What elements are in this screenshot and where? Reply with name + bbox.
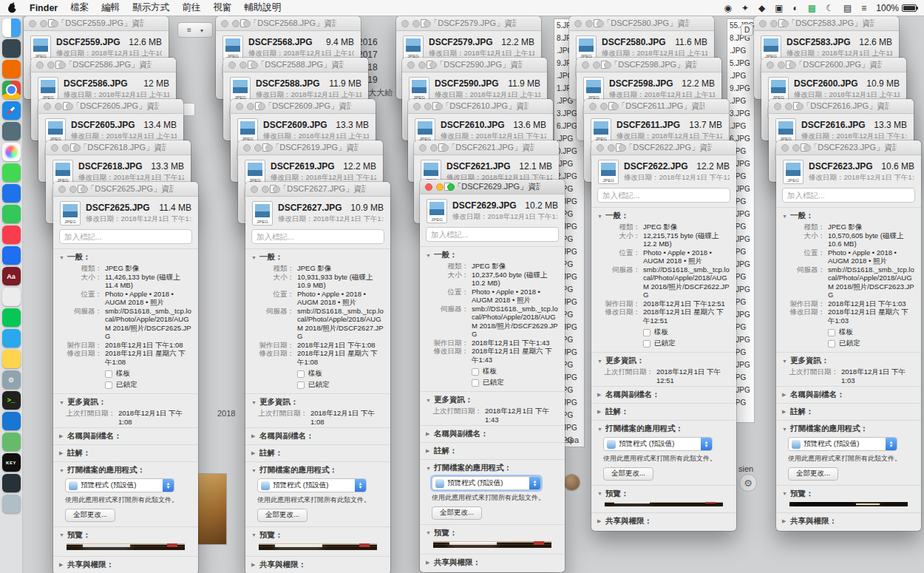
window-titlebar[interactable]: 「DSCF2583.JPG」資訊: [754, 16, 899, 31]
minimize-button[interactable]: [436, 183, 444, 191]
disclosure-triangle-icon[interactable]: [251, 468, 257, 473]
close-button[interactable]: [781, 144, 789, 152]
menu-item-7[interactable]: 輔助說明: [244, 1, 281, 14]
disclosure-triangle-icon[interactable]: [782, 409, 787, 415]
dock-app-store-icon[interactable]: [2, 246, 21, 265]
disclosure-triangle-icon[interactable]: [426, 530, 431, 535]
window-titlebar[interactable]: 「DSCF2590.JPG」資訊: [402, 58, 547, 72]
menu-item-1[interactable]: Finder: [30, 3, 58, 13]
disclosure-triangle-icon[interactable]: [597, 392, 602, 398]
menu-item-6[interactable]: 視窗: [213, 1, 231, 14]
disclosure-triangle-icon[interactable]: [597, 491, 602, 496]
window-titlebar[interactable]: 「DSCF2609.JPG」資訊: [231, 99, 376, 114]
minimize-button[interactable]: [47, 61, 55, 69]
locked-checkbox[interactable]: [828, 340, 835, 347]
window-titlebar[interactable]: 「DSCF2622.JPG」資訊: [591, 140, 736, 155]
section-comments-header[interactable]: 註解：: [597, 405, 730, 418]
dock-chrome-icon[interactable]: [2, 81, 21, 99]
zoom-button[interactable]: [435, 103, 443, 110]
window-titlebar[interactable]: 「DSCF2598.JPG」資訊: [577, 58, 721, 72]
close-button[interactable]: [582, 61, 589, 69]
dock-telegram-icon[interactable]: [2, 329, 21, 347]
window-titlebar[interactable]: 「DSCF2629.JPG」資訊: [420, 180, 565, 194]
section-name-extension-header[interactable]: 名稱與副檔名：: [59, 430, 192, 443]
stationery-checkbox[interactable]: [643, 329, 650, 336]
disclosure-triangle-icon[interactable]: [782, 359, 787, 364]
section-name-extension-header[interactable]: 名稱與副檔名：: [426, 427, 559, 441]
section-sharing-header[interactable]: 共享與權限：: [251, 558, 384, 572]
minimize-button[interactable]: [600, 103, 608, 110]
minimize-button[interactable]: [240, 61, 247, 69]
change-all-button[interactable]: 全部更改...: [257, 509, 308, 522]
dock-preferences-icon[interactable]: ⚙: [2, 370, 21, 389]
section-open-with-header[interactable]: 打開檔案的應用程式：: [251, 464, 384, 477]
window-titlebar[interactable]: 「DSCF2625.JPG」資訊: [53, 182, 198, 197]
disclosure-triangle-icon[interactable]: [597, 518, 602, 524]
window-titlebar[interactable]: 「DSCF2586.JPG」資訊: [31, 58, 176, 72]
section-comments-header[interactable]: 註解：: [782, 405, 915, 418]
locked-checkbox[interactable]: [297, 382, 305, 389]
close-button[interactable]: [36, 61, 44, 69]
minimize-button[interactable]: [792, 144, 800, 152]
change-all-button[interactable]: 全部更改...: [65, 509, 115, 522]
section-preview-header[interactable]: 預覽：: [597, 487, 730, 501]
dock-camera-icon[interactable]: [2, 122, 21, 140]
close-button[interactable]: [774, 103, 781, 110]
dock-photos-icon[interactable]: [2, 143, 21, 161]
disclosure-triangle-icon[interactable]: [782, 518, 787, 524]
window-titlebar[interactable]: 「DSCF2616.JPG」資訊: [769, 99, 914, 114]
disclosure-triangle-icon[interactable]: [597, 359, 602, 364]
section-preview-header[interactable]: 預覽：: [251, 529, 384, 542]
section-name-extension-header[interactable]: 名稱與副檔名：: [782, 388, 915, 401]
zoom-button[interactable]: [273, 186, 280, 193]
minimize-button[interactable]: [69, 186, 77, 193]
dock-terminal-icon[interactable]: >_: [2, 391, 21, 410]
disclosure-triangle-icon[interactable]: [59, 562, 64, 568]
disclosure-triangle-icon[interactable]: [782, 491, 787, 496]
section-more-info-header[interactable]: 更多資訊：: [59, 396, 192, 409]
close-button[interactable]: [58, 186, 66, 193]
close-button[interactable]: [759, 20, 767, 27]
tags-input[interactable]: [59, 229, 192, 244]
stationery-checkbox[interactable]: [105, 370, 112, 378]
disclosure-triangle-icon[interactable]: [59, 450, 64, 456]
disclosure-triangle-icon[interactable]: [59, 400, 64, 405]
window-titlebar[interactable]: 「DSCF2588.JPG」資訊: [223, 58, 368, 72]
section-preview-header[interactable]: 預覽：: [426, 526, 559, 540]
window-titlebar[interactable]: 「DSCF2605.JPG」資訊: [38, 99, 183, 114]
close-button[interactable]: [44, 103, 51, 110]
minimize-button[interactable]: [608, 144, 615, 152]
close-button[interactable]: [413, 103, 421, 110]
dock-siri-icon[interactable]: [2, 39, 21, 58]
dock-firefox-icon[interactable]: [2, 60, 21, 78]
section-general-header[interactable]: 一般：: [597, 209, 730, 223]
window-titlebar[interactable]: 「DSCF2619.JPG」資訊: [238, 140, 383, 155]
zoom-button[interactable]: [789, 61, 796, 69]
minimize-button[interactable]: [778, 61, 785, 69]
close-button[interactable]: [228, 61, 236, 69]
zoom-button[interactable]: [265, 144, 273, 152]
close-button[interactable]: [574, 20, 582, 27]
close-button[interactable]: [425, 183, 432, 191]
open-with-select[interactable]: 預覽程式 (預設值) ▲▼: [432, 476, 541, 490]
locked-checkbox[interactable]: [643, 340, 650, 347]
disclosure-triangle-icon[interactable]: [251, 450, 257, 456]
zoom-button[interactable]: [441, 144, 449, 152]
close-button[interactable]: [243, 144, 251, 152]
minimize-button[interactable]: [62, 144, 69, 152]
section-name-extension-header[interactable]: 名稱與副檔名：: [597, 388, 730, 401]
disclosure-triangle-icon[interactable]: [251, 400, 257, 405]
disclosure-triangle-icon[interactable]: [597, 409, 602, 415]
dock-messages-icon[interactable]: [2, 163, 21, 182]
dock-key-icon[interactable]: KEY: [2, 453, 21, 472]
change-all-button[interactable]: 全部更改...: [603, 467, 653, 481]
tags-input[interactable]: [597, 188, 730, 203]
bartender-icon[interactable]: ◉: [724, 4, 731, 13]
window-titlebar[interactable]: 「DSCF2627.JPG」資訊: [245, 182, 390, 197]
dock-line-icon[interactable]: [2, 308, 21, 327]
section-comments-header[interactable]: 註解：: [251, 447, 384, 460]
disclosure-triangle-icon[interactable]: [426, 431, 431, 437]
dock-music-icon[interactable]: [2, 226, 21, 244]
menu-item-3[interactable]: 編輯: [101, 1, 120, 14]
minimize-button[interactable]: [418, 61, 426, 69]
